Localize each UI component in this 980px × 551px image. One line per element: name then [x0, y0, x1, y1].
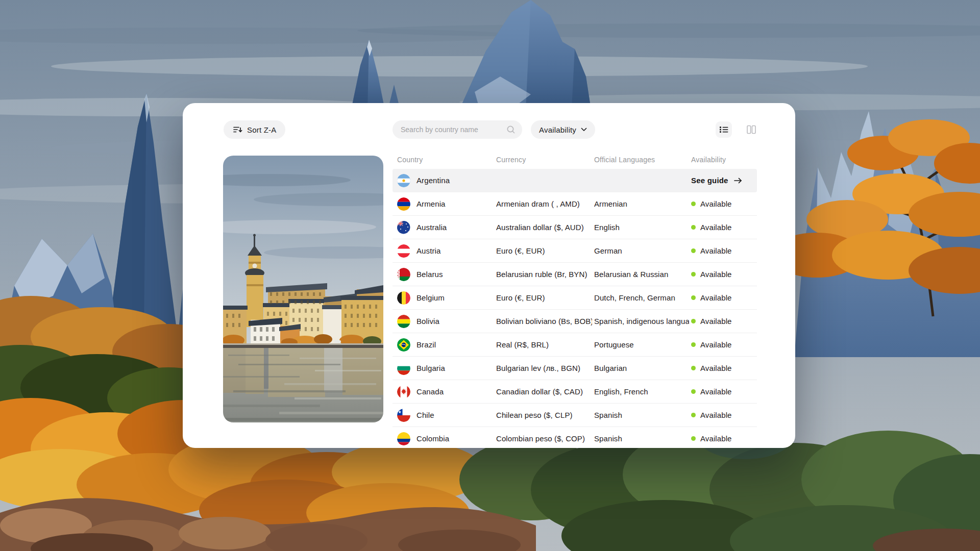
table-row-australia[interactable]: AustraliaAustralian dollar ($, AUD)Engli… [393, 216, 757, 239]
country-name: Belarus [416, 270, 443, 279]
table-header: Country Currency Official Languages Avai… [393, 156, 757, 169]
table-row-colombia[interactable]: ColombiaColombian peso ($, COP)SpanishAv… [393, 427, 757, 448]
availability-cell: Available [691, 223, 757, 232]
country-cell: Canada [397, 385, 494, 398]
flag-canada-icon [397, 385, 410, 398]
list-view-button[interactable] [716, 121, 732, 138]
flag-belgium-icon [397, 291, 410, 305]
status-label: Available [700, 246, 732, 255]
country-cell: Colombia [397, 432, 494, 445]
sort-button[interactable]: Sort Z-A [224, 120, 285, 139]
country-name: Argentina [416, 176, 450, 185]
languages-cell: English, French [594, 387, 689, 396]
flag-brazil-icon [397, 338, 410, 352]
arrow-right-icon [733, 177, 743, 185]
table-row-bulgaria[interactable]: BulgariaBulgarian lev (лв., BGN)Bulgaria… [393, 357, 757, 380]
status-dot-icon [691, 202, 696, 206]
table-row-armenia[interactable]: ArmeniaArmenian dram ( , AMD)ArmenianAva… [393, 192, 757, 216]
country-name: Belgium [416, 293, 445, 302]
country-cell: Australia [397, 221, 494, 234]
country-cell: Austria [397, 244, 494, 258]
currency-cell: Armenian dram ( , AMD) [496, 199, 592, 208]
column-header-availability: Availability [691, 156, 726, 164]
flag-austria-icon [397, 244, 410, 258]
flag-bulgaria-icon [397, 362, 410, 375]
table-row-austria[interactable]: AustriaEuro (€, EUR)GermanAvailable [393, 239, 757, 263]
status-dot-icon [691, 389, 696, 394]
status-label: Available [700, 434, 732, 443]
status-dot-icon [691, 436, 696, 441]
table-row-belarus[interactable]: BelarusBelarusian ruble (Br, BYN)Belarus… [393, 263, 757, 286]
search-input-wrapper[interactable] [393, 120, 522, 139]
flag-chile-icon [397, 409, 410, 422]
country-name: Bulgaria [416, 364, 445, 372]
sort-descending-icon [233, 125, 242, 134]
currency-cell: Bolivian boliviano (Bs, BOB) [496, 317, 592, 325]
countries-table: Country Currency Official Languages Avai… [393, 156, 757, 448]
currency-cell: Australian dollar ($, AUD) [496, 223, 592, 232]
flag-bolivia-icon [397, 315, 410, 328]
search-input[interactable] [401, 126, 501, 134]
status-label: Available [700, 293, 732, 302]
status-label: Available [700, 411, 732, 419]
currency-cell: Chilean peso ($, CLP) [496, 411, 592, 419]
table-row-argentina[interactable]: ArgentinaSee guide [393, 169, 757, 192]
table-row-canada[interactable]: CanadaCanadian dollar ($, CAD)English, F… [393, 380, 757, 404]
column-header-currency: Currency [496, 156, 526, 164]
country-cell: Armenia [397, 197, 494, 211]
country-guide-card: Sort Z-A Availability [183, 103, 795, 448]
currency-cell: Bulgarian lev (лв., BGN) [496, 364, 592, 372]
country-cell: Belarus [397, 268, 494, 281]
languages-cell: Dutch, French, German [594, 293, 689, 302]
sort-button-label: Sort Z-A [247, 126, 276, 134]
list-view-icon [719, 126, 728, 134]
table-row-belgium[interactable]: BelgiumEuro (€, EUR)Dutch, French, Germa… [393, 286, 757, 310]
status-dot-icon [691, 413, 696, 417]
country-name: Bolivia [416, 317, 439, 325]
column-view-button[interactable] [743, 121, 760, 138]
availability-cell: Available [691, 434, 757, 443]
status-label: Available [700, 364, 732, 372]
column-header-languages: Official Languages [594, 156, 655, 164]
status-label: Available [700, 199, 732, 208]
languages-cell: Spanish [594, 434, 689, 443]
availability-filter-label: Availability [539, 126, 576, 134]
status-dot-icon [691, 272, 696, 277]
availability-cell: Available [691, 246, 757, 255]
status-dot-icon [691, 295, 696, 300]
see-guide-label: See guide [691, 176, 728, 185]
status-dot-icon [691, 248, 696, 253]
table-body: ArgentinaSee guideArmeniaArmenian dram (… [393, 169, 757, 448]
table-row-chile[interactable]: ChileChilean peso ($, CLP)SpanishAvailab… [393, 404, 757, 427]
status-dot-icon [691, 319, 696, 323]
city-waterfront-photo [223, 156, 383, 422]
status-dot-icon [691, 342, 696, 347]
status-label: Available [700, 223, 732, 232]
country-name: Armenia [416, 199, 446, 208]
table-row-brazil[interactable]: BrazilReal (R$, BRL)PortugueseAvailable [393, 333, 757, 357]
table-row-bolivia[interactable]: BoliviaBolivian boliviano (Bs, BOB)Spani… [393, 310, 757, 333]
languages-cell: Portuguese [594, 340, 689, 349]
view-toggle [716, 121, 760, 138]
country-name: Brazil [416, 340, 436, 349]
country-name: Australia [416, 223, 447, 232]
country-name: Canada [416, 387, 444, 396]
currency-cell: Euro (€, EUR) [496, 246, 592, 255]
currency-cell: Euro (€, EUR) [496, 293, 592, 302]
see-guide-link[interactable]: See guide [691, 176, 743, 185]
status-dot-icon [691, 366, 696, 370]
availability-cell: Available [691, 364, 757, 372]
languages-cell: Armenian [594, 199, 689, 208]
availability-filter-button[interactable]: Availability [531, 120, 595, 139]
availability-cell: See guide [691, 176, 757, 185]
country-name: Colombia [416, 434, 449, 443]
availability-cell: Available [691, 199, 757, 208]
availability-cell: Available [691, 270, 757, 279]
currency-cell: Belarusian ruble (Br, BYN) [496, 270, 592, 279]
languages-cell: German [594, 246, 689, 255]
languages-cell: Bulgarian [594, 364, 689, 372]
languages-cell: Spanish [594, 411, 689, 419]
desktop: Sort Z-A Availability [0, 0, 980, 551]
country-cell: Chile [397, 409, 494, 422]
country-name: Chile [416, 411, 434, 419]
